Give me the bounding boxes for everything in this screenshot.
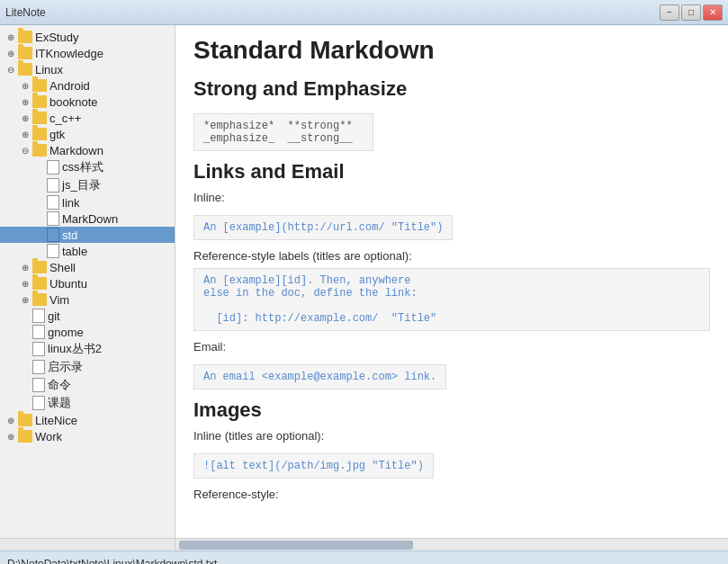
folder-icon	[32, 112, 47, 124]
sidebar-item-gtk[interactable]: ⊕ gtk	[0, 126, 175, 142]
inline-label: Inline:	[193, 191, 710, 204]
file-icon	[47, 160, 59, 175]
sidebar-item-linux[interactable]: ⊖ Linux	[0, 61, 175, 77]
sidebar-item-table[interactable]: table	[0, 243, 175, 259]
sidebar-item-label: ExStudy	[35, 31, 78, 44]
folder-icon	[32, 79, 47, 92]
sidebar-item-litenice[interactable]: ⊕ LiteNice	[0, 412, 175, 428]
spacer	[32, 178, 47, 192]
sidebar-item-shell[interactable]: ⊕ Shell	[0, 259, 175, 275]
minimize-button[interactable]: −	[660, 4, 679, 21]
spacer	[32, 160, 47, 175]
sidebar-item-label: gnome	[48, 326, 84, 339]
sidebar-item-label: c_c++	[49, 112, 81, 125]
spacer	[32, 244, 47, 258]
sidebar-item-itknowledge[interactable]: ⊕ ITKnowledge	[0, 45, 175, 61]
close-button[interactable]: ✕	[703, 4, 723, 21]
sidebar-item-label: 课题	[48, 395, 71, 411]
h-scroll-thumb[interactable]	[179, 541, 413, 550]
sidebar[interactable]: ⊕ ExStudy ⊕ ITKnowledge ⊖ Linux ⊕ Androi…	[0, 25, 175, 538]
section-heading-strong: Strong and Emphasize	[193, 77, 710, 101]
spacer	[18, 378, 32, 392]
sidebar-item-linux2[interactable]: linux丛书2	[0, 340, 175, 358]
window-controls: − □ ✕	[660, 4, 723, 21]
file-icon	[47, 195, 59, 210]
spacer	[18, 396, 32, 410]
sidebar-item-label: ITKnowledge	[35, 47, 103, 60]
sidebar-item-vim[interactable]: ⊕ Vim	[0, 291, 175, 308]
folder-icon	[18, 31, 32, 43]
expander-icon: ⊕	[4, 46, 18, 60]
sidebar-item-css[interactable]: css样式	[0, 158, 175, 176]
sidebar-item-booknote[interactable]: ⊕ booknote	[0, 94, 175, 110]
sidebar-item-markdown-file[interactable]: MarkDown	[0, 210, 175, 227]
sidebar-item-label: linux丛书2	[48, 341, 102, 357]
code-block-inline-link: An [example](http://url.com/ "Title")	[193, 215, 453, 240]
expander-icon: ⊕	[4, 429, 18, 443]
section-heading-images: Images	[193, 398, 710, 422]
app-title: LiteNote	[5, 6, 46, 19]
sidebar-item-label: 命令	[48, 377, 71, 393]
sidebar-item-android[interactable]: ⊕ Android	[0, 77, 175, 94]
file-icon	[47, 178, 59, 192]
email-label: Email:	[193, 340, 710, 354]
code-block-reference-link: An [example][id]. Then, anywhere else in…	[193, 268, 710, 331]
sidebar-item-label: css样式	[62, 159, 103, 175]
folder-icon	[32, 293, 47, 306]
expander-icon: ⊕	[18, 111, 32, 125]
maximize-button[interactable]: □	[681, 4, 701, 21]
folder-icon	[32, 261, 47, 273]
reference-style-label: Reference-style:	[193, 488, 710, 501]
sidebar-item-qishilu[interactable]: 启示录	[0, 358, 175, 376]
sidebar-item-c-cpp[interactable]: ⊕ c_c++	[0, 110, 175, 126]
sidebar-item-keti[interactable]: 课题	[0, 394, 175, 412]
folder-icon	[18, 430, 32, 443]
file-icon	[47, 244, 59, 258]
code-block-strong: *emphasize* **strong** _emphasize_ __str…	[193, 113, 373, 151]
sidebar-item-ubuntu[interactable]: ⊕ Ubuntu	[0, 275, 175, 291]
h-scrollbar[interactable]	[0, 538, 728, 551]
reference-label: Reference-style labels (titles are optio…	[193, 249, 710, 263]
sidebar-item-label: Markdown	[49, 144, 103, 157]
folder-icon	[32, 95, 47, 108]
expander-icon: ⊕	[18, 276, 32, 291]
sidebar-item-label: table	[62, 245, 87, 258]
sidebar-item-label: Ubuntu	[49, 277, 87, 291]
sidebar-item-label: js_目录	[62, 177, 101, 193]
spacer	[32, 211, 47, 226]
sidebar-item-label: Shell	[49, 261, 76, 274]
inline-images-label: Inline (titles are optional):	[193, 429, 710, 443]
sidebar-item-markdown[interactable]: ⊖ Markdown	[0, 142, 175, 158]
expander-icon: ⊕	[18, 260, 32, 274]
sidebar-item-js[interactable]: js_目录	[0, 176, 175, 194]
file-icon	[32, 309, 45, 323]
main-container: ⊕ ExStudy ⊕ ITKnowledge ⊖ Linux ⊕ Androi…	[0, 25, 728, 538]
sidebar-item-mingling[interactable]: 命令	[0, 376, 175, 394]
folder-icon	[18, 63, 32, 76]
sidebar-item-work[interactable]: ⊕ Work	[0, 428, 175, 444]
spacer	[18, 309, 32, 323]
sidebar-item-label: git	[48, 309, 60, 323]
sidebar-item-git[interactable]: git	[0, 308, 175, 324]
spacer	[18, 325, 32, 339]
sidebar-item-label: Vim	[49, 293, 69, 307]
expander-icon: ⊖	[18, 143, 32, 157]
folder-icon	[32, 277, 47, 290]
sidebar-item-std[interactable]: std	[0, 227, 175, 243]
h-scroll-track[interactable]	[175, 539, 728, 551]
expander-icon: ⊕	[4, 30, 18, 44]
file-icon	[32, 342, 45, 356]
folder-icon	[32, 128, 47, 140]
section-heading-links: Links and Email	[193, 160, 710, 184]
file-icon	[32, 325, 45, 339]
folder-icon	[18, 47, 32, 59]
sidebar-item-label: MarkDown	[62, 212, 118, 226]
expander-icon: ⊕	[18, 127, 32, 141]
sidebar-item-label: LiteNice	[35, 414, 77, 427]
status-path: D:\NoteData\txtNote\Linux\Markdown\std.t…	[7, 558, 217, 565]
sidebar-item-gnome[interactable]: gnome	[0, 324, 175, 340]
sidebar-item-label: std	[62, 228, 77, 242]
sidebar-item-exstudy[interactable]: ⊕ ExStudy	[0, 29, 175, 45]
sidebar-item-label: 启示录	[48, 359, 83, 375]
sidebar-item-link[interactable]: link	[0, 194, 175, 210]
